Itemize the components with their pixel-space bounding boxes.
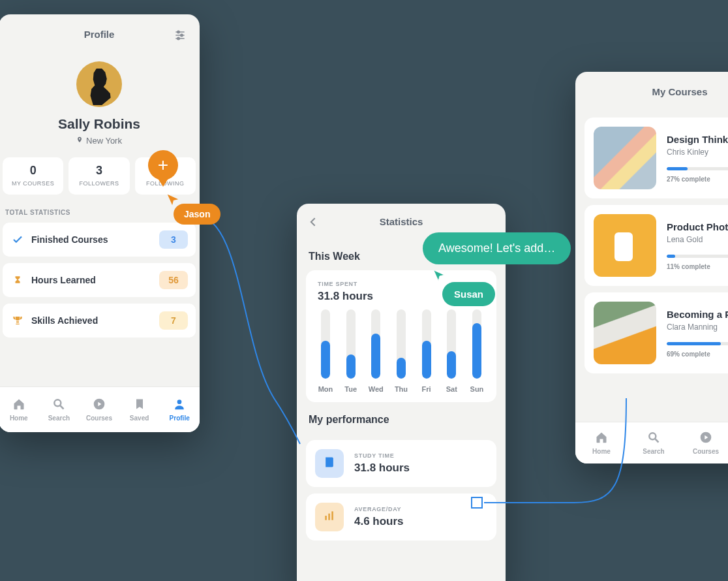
connector-lines [0, 0, 728, 581]
user-tag-jason[interactable]: Jason [174, 204, 220, 225]
selection-handle[interactable] [471, 497, 483, 509]
cursor-icon [432, 269, 446, 286]
plus-icon: + [158, 156, 168, 174]
add-badge[interactable]: + [148, 150, 178, 180]
user-tag-susan[interactable]: Susan [442, 282, 495, 306]
comment-bubble[interactable]: Awesome! Let's add… [423, 232, 571, 264]
